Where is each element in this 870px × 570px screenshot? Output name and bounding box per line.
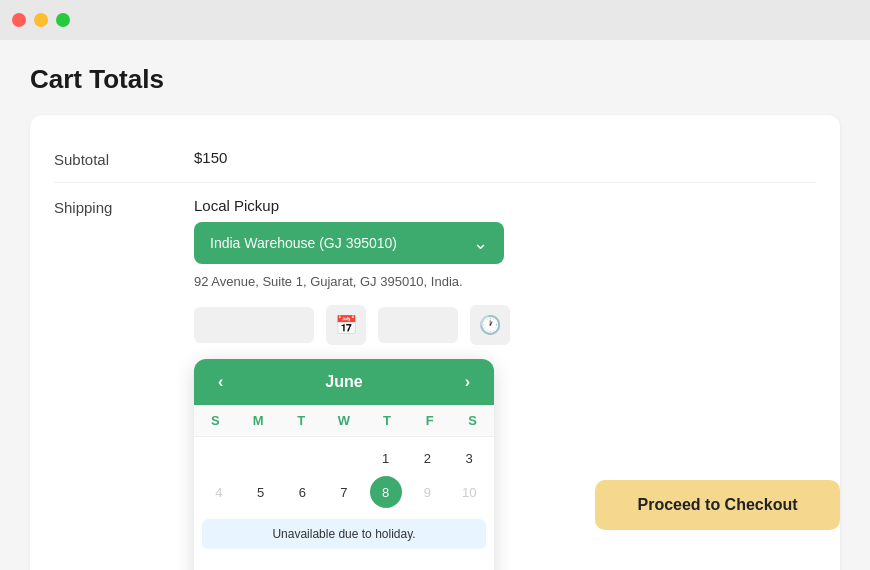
calendar-next-button[interactable]: › xyxy=(457,369,478,395)
page-content: Cart Totals Subtotal $150 Shipping Local… xyxy=(0,40,870,570)
clock-icon-button[interactable]: 🕐 xyxy=(470,305,510,345)
weekday-fri: F xyxy=(408,405,451,436)
calendar-days-grid: 1 2 3 4 5 6 7 8 9 10 xyxy=(194,437,494,517)
warehouse-dropdown[interactable]: India Warehouse (GJ 395010) ⌄ xyxy=(194,222,504,264)
cal-day-empty-1 xyxy=(203,442,235,474)
calendar-icon-button[interactable]: 📅 xyxy=(326,305,366,345)
shipping-type: Local Pickup xyxy=(194,197,510,214)
cal-day-9: 9 xyxy=(411,476,443,508)
window-minimize-dot[interactable] xyxy=(34,13,48,27)
window-close-dot[interactable] xyxy=(12,13,26,27)
calendar-header: ‹ June › xyxy=(194,359,494,405)
weekday-tue: T xyxy=(280,405,323,436)
calendar-popup: ‹ June › S M T W T F S xyxy=(194,359,494,570)
clock-icon: 🕐 xyxy=(479,314,501,336)
cal-day-2[interactable]: 2 xyxy=(411,442,443,474)
calendar-month: June xyxy=(325,373,362,391)
chevron-down-icon: ⌄ xyxy=(473,232,488,254)
cal-day-empty-3 xyxy=(286,442,318,474)
calendar-prev-button[interactable]: ‹ xyxy=(210,369,231,395)
weekday-wed: W xyxy=(323,405,366,436)
cal-day-1[interactable]: 1 xyxy=(370,442,402,474)
calendar-weekdays: S M T W T F S xyxy=(194,405,494,437)
cal-day-15[interactable]: 15 xyxy=(370,562,402,570)
cal-day-empty-4 xyxy=(328,442,360,474)
page-title: Cart Totals xyxy=(30,64,840,95)
cal-day-6[interactable]: 6 xyxy=(286,476,318,508)
cal-day-5[interactable]: 5 xyxy=(245,476,277,508)
cal-day-16[interactable]: 16 xyxy=(411,562,443,570)
date-time-row: 📅 🕐 xyxy=(194,305,510,345)
window-maximize-dot[interactable] xyxy=(56,13,70,27)
time-input[interactable] xyxy=(378,307,458,343)
calendar-icon: 📅 xyxy=(335,314,357,336)
cal-day-14[interactable]: 14 xyxy=(328,562,360,570)
cal-day-10: 10 xyxy=(453,476,485,508)
cal-day-4: 4 xyxy=(203,476,235,508)
cal-day-3[interactable]: 3 xyxy=(453,442,485,474)
unavailable-tooltip: Unavailable due to holiday. xyxy=(202,519,486,549)
cal-day-13[interactable]: 13 xyxy=(286,562,318,570)
cal-day-11: 11 xyxy=(203,562,235,570)
calendar-days-grid-2: 11 12 13 14 15 16 17 18 19 20 21 22 23 xyxy=(194,557,494,570)
weekday-sun: S xyxy=(194,405,237,436)
cal-day-17: 17 xyxy=(453,562,485,570)
weekday-thu: T xyxy=(365,405,408,436)
cal-day-12[interactable]: 12 xyxy=(245,562,277,570)
warehouse-name: India Warehouse (GJ 395010) xyxy=(210,235,397,251)
subtotal-value: $150 xyxy=(194,149,227,166)
shipping-label: Shipping xyxy=(54,197,194,216)
proceed-to-checkout-button[interactable]: Proceed to Checkout xyxy=(595,480,840,530)
weekday-sat: S xyxy=(451,405,494,436)
cal-day-7[interactable]: 7 xyxy=(328,476,360,508)
warehouse-address: 92 Avenue, Suite 1, Gujarat, GJ 395010, … xyxy=(194,274,510,289)
cal-day-8[interactable]: 8 xyxy=(370,476,402,508)
date-input[interactable] xyxy=(194,307,314,343)
subtotal-label: Subtotal xyxy=(54,149,194,168)
cal-day-empty-2 xyxy=(245,442,277,474)
subtotal-row: Subtotal $150 xyxy=(54,135,816,183)
shipping-section: Local Pickup India Warehouse (GJ 395010)… xyxy=(194,197,510,570)
weekday-mon: M xyxy=(237,405,280,436)
title-bar xyxy=(0,0,870,40)
